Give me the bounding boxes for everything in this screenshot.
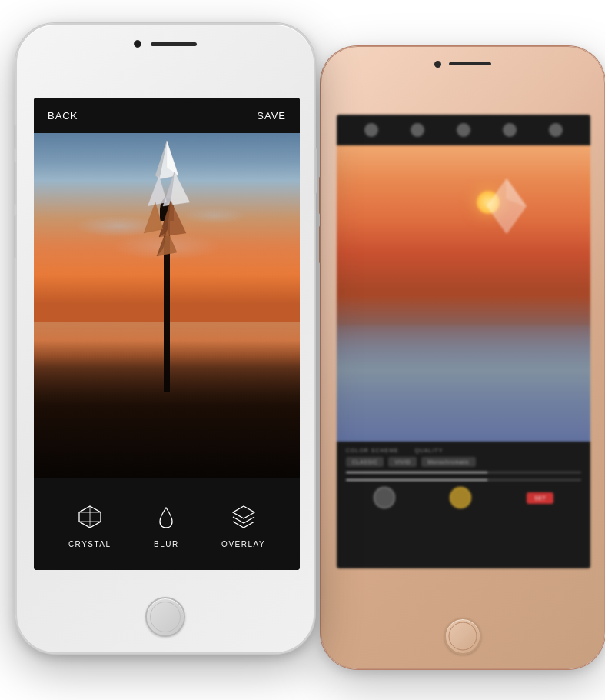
phone2-icon-3 bbox=[457, 123, 470, 137]
phone1-camera bbox=[134, 40, 141, 48]
screen-navigation: BACK SAVE bbox=[34, 98, 300, 133]
tool-crystal[interactable]: CRYSTAL bbox=[68, 500, 111, 548]
svg-marker-17 bbox=[233, 506, 254, 518]
phone2-cityscape bbox=[337, 295, 590, 445]
phone2-filter-row: CLASSIC VIVID Monochromatic bbox=[346, 457, 581, 467]
overlay-label: OVERLAY bbox=[221, 540, 265, 548]
phone2-icon-4 bbox=[503, 123, 517, 137]
phone1-power-button bbox=[314, 148, 317, 194]
svg-marker-10 bbox=[144, 202, 163, 233]
tools-toolbar: CRYSTAL BLUR bbox=[34, 478, 300, 570]
phone1-home-button[interactable] bbox=[145, 597, 185, 637]
phone2-volume-up bbox=[319, 176, 321, 215]
overlay-icon bbox=[227, 500, 261, 534]
phone1-device: BACK SAVE bbox=[15, 23, 315, 654]
phone1-volume-down bbox=[14, 215, 17, 258]
phone2-icon-2 bbox=[411, 123, 424, 137]
phone2-icon-5 bbox=[549, 123, 563, 137]
phone2-home-button[interactable] bbox=[444, 618, 481, 655]
phone2-slider-2[interactable] bbox=[346, 479, 581, 481]
photo-display bbox=[34, 133, 300, 478]
phone2-photo bbox=[337, 145, 590, 445]
phone1-top-bar bbox=[96, 38, 234, 49]
phone2-circle-btn-1[interactable] bbox=[374, 487, 395, 508]
phone2-circle-btn-2[interactable] bbox=[450, 487, 471, 508]
phone2-body: COLOR SCHEME QUALITY CLASSIC VIVID Monoc… bbox=[321, 46, 605, 669]
crystal-icon bbox=[73, 500, 107, 534]
crystal-shapes bbox=[117, 133, 217, 302]
back-button[interactable]: BACK bbox=[48, 110, 78, 122]
blur-label: BLUR bbox=[154, 540, 179, 548]
phone2-colorscheme-label: COLOR SCHEME QUALITY bbox=[346, 448, 581, 453]
tool-blur[interactable]: BLUR bbox=[149, 500, 183, 548]
phone1-mute-switch bbox=[14, 125, 17, 149]
phone2-camera bbox=[434, 61, 441, 68]
phone2-top-bar bbox=[401, 59, 524, 68]
phone2-filter-mono[interactable]: Monochromatic bbox=[421, 457, 475, 467]
phone2-icon-1 bbox=[364, 123, 378, 137]
phone1-speaker bbox=[151, 42, 197, 46]
svg-marker-7 bbox=[148, 175, 167, 206]
tool-overlay[interactable]: OVERLAY bbox=[221, 500, 265, 548]
phone1-volume-up bbox=[14, 162, 17, 205]
phone2-screen: COLOR SCHEME QUALITY CLASSIC VIVID Monoc… bbox=[337, 115, 590, 568]
crystal-label: CRYSTAL bbox=[68, 540, 111, 548]
save-button[interactable]: SAVE bbox=[257, 110, 286, 122]
phone2-toolbar bbox=[337, 115, 590, 145]
phone2-speaker bbox=[449, 62, 491, 65]
phone2-bottom-actions: SET bbox=[346, 487, 581, 508]
phones-container: COLOR SCHEME QUALITY CLASSIC VIVID Monoc… bbox=[0, 0, 605, 700]
phone2-volume-down bbox=[319, 225, 321, 264]
blur-icon bbox=[149, 500, 183, 534]
phone2-crystal-svg bbox=[484, 175, 530, 237]
phone2-filter-vivid[interactable]: VIVID bbox=[388, 457, 417, 467]
phone2-set-button[interactable]: SET bbox=[527, 492, 553, 504]
phone2-filter-classic[interactable]: CLASSIC bbox=[346, 457, 384, 467]
phone2-controls: COLOR SCHEME QUALITY CLASSIC VIVID Monoc… bbox=[337, 442, 590, 568]
phone2-slider[interactable] bbox=[346, 472, 581, 473]
phone1-body: BACK SAVE bbox=[15, 23, 315, 654]
phone2-device: COLOR SCHEME QUALITY CLASSIC VIVID Monoc… bbox=[321, 46, 605, 669]
phone1-screen: BACK SAVE bbox=[34, 98, 300, 570]
